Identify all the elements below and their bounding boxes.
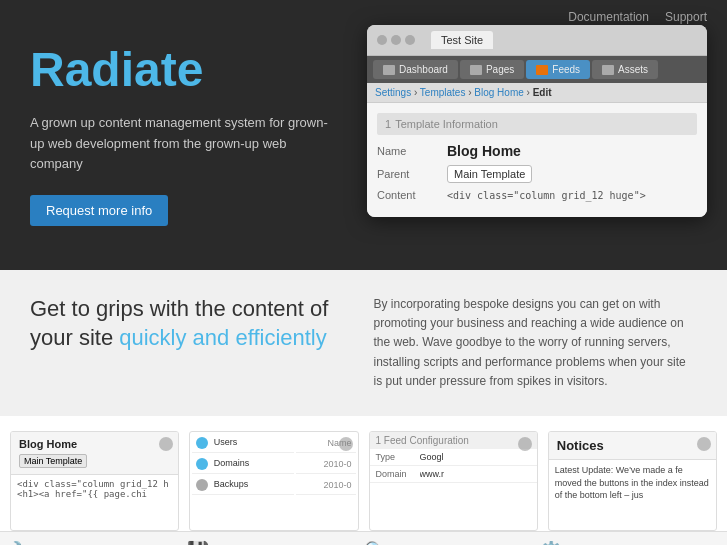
breadcrumb-blog-home[interactable]: Blog Home [474, 87, 523, 98]
backups-row: Backups 2010-0 [192, 476, 355, 495]
middle-heading: Get to grips with the content of your si… [30, 295, 354, 352]
reliable-icon: 💾 [187, 540, 209, 545]
app-content: 1Template Information Name Blog Home Par… [367, 103, 707, 217]
users-row: Users Name [192, 434, 355, 453]
window-titlebar: Test Site [367, 25, 707, 56]
thumb-feed-config: 1 Feed Configuration Type Googl Domain w… [369, 431, 538, 531]
parent-label: Parent [377, 168, 447, 180]
thumb1-title: Blog Home [19, 438, 170, 450]
users-table: Users Name Domains 2010-0 Backups [190, 432, 357, 497]
window-tab[interactable]: Test Site [431, 31, 493, 49]
support-link[interactable]: Support [665, 10, 707, 24]
thumbnails-section: Blog Home Main Template <div class="colu… [0, 416, 727, 531]
thumb-blog-home: Blog Home Main Template <div class="colu… [10, 431, 179, 531]
breadcrumb-templates[interactable]: Templates [420, 87, 466, 98]
middle-left: Get to grips with the content of your si… [30, 295, 354, 391]
top-nav: Documentation Support [568, 10, 707, 24]
optimised-icon: 🔍 [364, 540, 386, 545]
domains-icon [196, 458, 208, 470]
optimised-item: 🔍 Optimised [364, 540, 541, 545]
form-row-content: Content <div class="column grid_12 huge"… [377, 189, 697, 201]
thumb-users: Users Name Domains 2010-0 Backups [189, 431, 358, 531]
name-label: Name [377, 145, 447, 157]
backups-cell-value: 2010-0 [296, 476, 356, 495]
thumb1-header: Blog Home Main Template [11, 432, 178, 475]
breadcrumb-edit: Edit [533, 87, 552, 98]
notices-header: Notices [549, 432, 716, 460]
name-value: Blog Home [447, 143, 521, 159]
feeds-icon [536, 65, 548, 75]
notices-title: Notices [557, 438, 708, 453]
feed-type-value: Googl [420, 452, 444, 462]
automated-item: ⚙️ Automated [540, 540, 717, 545]
content-label: Content [377, 189, 447, 201]
domains-cell-value: 2010-0 [296, 455, 356, 474]
dashboard-icon [383, 65, 395, 75]
middle-section: Get to grips with the content of your si… [0, 270, 727, 416]
feed-type-label: Type [376, 452, 416, 462]
backups-icon [196, 479, 208, 491]
hero-description: A grown up content management system for… [30, 113, 340, 175]
close-dot [377, 35, 387, 45]
window-controls [377, 35, 415, 45]
heading-highlight: quickly and efficiently [119, 325, 327, 350]
users-icon [196, 437, 208, 449]
users-cell-icon: Users [192, 434, 293, 453]
middle-right: By incorporating bespoke designs you can… [374, 295, 698, 391]
notices-body: Latest Update: We've made a fe moved the… [549, 460, 716, 506]
feed-domain-row: Domain www.r [370, 466, 537, 483]
section-header: 1Template Information [377, 113, 697, 135]
zoom-icon-4[interactable] [697, 437, 711, 451]
feed-domain-value: www.r [420, 469, 445, 479]
parent-select[interactable]: Main Template [447, 165, 532, 183]
minimize-dot [391, 35, 401, 45]
notices-text: Latest Update: We've made a fe moved the… [555, 465, 709, 500]
form-row-parent: Parent Main Template [377, 165, 697, 183]
flexible-icon: 🔧 [10, 540, 32, 545]
thumb1-badge: Main Template [19, 454, 87, 468]
thumb1-code1: <div class="column grid_12 h [17, 479, 172, 489]
zoom-icon-3[interactable] [518, 437, 532, 451]
assets-icon [602, 65, 614, 75]
pages-tab[interactable]: Pages [460, 60, 524, 79]
request-info-button[interactable]: Request more info [30, 195, 168, 226]
zoom-icon-2[interactable] [339, 437, 353, 451]
hero-title: Radiate [30, 44, 340, 97]
maximize-dot [405, 35, 415, 45]
dashboard-tab[interactable]: Dashboard [373, 60, 458, 79]
hero-left: Radiate A grown up content management sy… [0, 0, 370, 270]
thumb1-code2: <h1><a href="{{ page.chi [17, 489, 172, 499]
domains-cell-icon: Domains [192, 455, 293, 474]
reliable-item: 💾 Reliable [187, 540, 364, 545]
app-toolbar: Dashboard Pages Feeds Assets [367, 56, 707, 83]
app-window: Test Site Dashboard Pages Feeds Assets [367, 25, 707, 217]
hero-section: Documentation Support Radiate A grown up… [0, 0, 727, 270]
feed-domain-label: Domain [376, 469, 416, 479]
feeds-tab[interactable]: Feeds [526, 60, 590, 79]
documentation-link[interactable]: Documentation [568, 10, 649, 24]
flexible-item: 🔧 Flexible [10, 540, 187, 545]
pages-icon [470, 65, 482, 75]
middle-body-text: By incorporating bespoke designs you can… [374, 295, 698, 391]
form-row-name: Name Blog Home [377, 143, 697, 159]
assets-tab[interactable]: Assets [592, 60, 658, 79]
thumb-notices: Notices Latest Update: We've made a fe m… [548, 431, 717, 531]
feed-type-row: Type Googl [370, 449, 537, 466]
feed-section-label: 1 Feed Configuration [370, 432, 537, 449]
content-value: <div class="column grid_12 huge"> [447, 190, 646, 201]
automated-icon: ⚙️ [540, 540, 562, 545]
backups-cell-icon: Backups [192, 476, 293, 495]
domains-row: Domains 2010-0 [192, 455, 355, 474]
thumb1-body: <div class="column grid_12 h <h1><a href… [11, 475, 178, 503]
breadcrumb-settings[interactable]: Settings [375, 87, 411, 98]
breadcrumb: Settings › Templates › Blog Home › Edit [367, 83, 707, 103]
bottom-icons-section: 🔧 Flexible 💾 Reliable 🔍 Optimised ⚙️ Aut… [0, 531, 727, 545]
